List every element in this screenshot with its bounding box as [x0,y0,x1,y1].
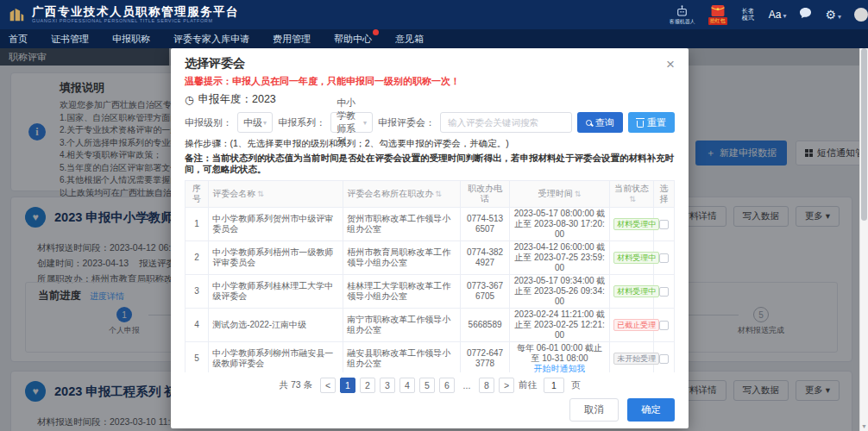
cell-phone: 5668589 [461,308,510,341]
nav-item[interactable]: 首页 [9,33,28,46]
navbar: 首页证书管理申报职称评委专家入库申请费用管理帮助中心意见箱 [0,29,868,48]
level-value: 中级 [243,116,262,129]
cell-no: 1 [186,207,209,240]
col-header: 选择 [654,180,675,207]
confirm-button[interactable]: 确定 [627,398,675,422]
committee-search-input[interactable] [440,112,572,133]
row-checkbox[interactable] [659,321,669,330]
table-row: 3中小学教师系列桂林理工大学中级评委会桂林理工大学职称改革工作领导小组办公室07… [186,274,675,308]
gear-icon: ⚙ [825,8,836,22]
sort-icon[interactable]: ⇅ [435,190,442,198]
col-header-label: 职改办电话 [468,184,502,203]
status-badge: 未开始受理 [613,353,659,365]
notify-link[interactable]: 开始时通知我 [534,364,586,372]
platform-logo [7,5,26,24]
page-button[interactable]: 6 [439,378,455,393]
query-button[interactable]: 查询 [577,112,623,133]
cell-office: 桂林理工大学职称改革工作领导小组办公室 [343,274,461,308]
cell-phone: 0774-5136507 [461,207,510,240]
chat-button[interactable] [799,7,812,22]
cell-status: 材料受理中 [610,207,654,240]
cell-no: 2 [186,240,209,274]
col-header[interactable]: 受理时间⇅ [509,180,609,207]
elder-mode-button[interactable]: 长者模式 [740,8,756,22]
status-badge: 材料受理中 [613,252,659,265]
page-button[interactable]: 1 [340,378,355,393]
goto-page-input[interactable] [544,378,564,393]
level-select[interactable]: 中级 ▾ [237,112,273,133]
avatar[interactable] [854,8,868,22]
header-tools: 客服机器人 抢红包 长者模式 Aa▾ ⚙▾ [670,4,858,26]
declare-year: ◷ 申报年度：2023 [185,92,675,107]
table-row: 2中小学教师系列梧州市一级教师评审委员会梧州市教育局职称改革工作领导小组办公室0… [186,240,675,274]
table-header-row: 序号评委会名称⇅评委会名称所在职改办⇅职改办电话受理时间⇅当前状态⇅选择 [186,180,675,207]
reset-icon [637,121,644,128]
nav-item[interactable]: 证书管理 [51,33,89,46]
row-checkbox[interactable] [659,287,669,297]
prev-page-button[interactable]: < [320,378,336,393]
chevron-down-icon: ▾ [263,119,267,127]
modal-header: 选择评委会 × [185,56,675,72]
next-page-button[interactable]: > [499,378,514,393]
page-button[interactable]: 4 [399,378,415,393]
col-header[interactable]: 当前状态⇅ [610,180,654,207]
cell-committee-name: 测试勿选-2022-江南中级 [209,308,343,341]
cell-phone: 0772-6473778 [461,341,510,372]
goto-label: 前往 [519,379,537,391]
platform-subtitle: GUANGXI PROFESSIONAL PERSONNEL TITLE SER… [32,18,239,23]
col-header: 序号 [186,180,209,207]
service-robot-button[interactable]: 客服机器人 [670,4,695,26]
close-icon[interactable]: × [666,57,675,72]
sort-icon[interactable]: ⇅ [257,190,264,198]
chevron-down-icon: ▾ [783,12,786,20]
settings-button[interactable]: ⚙▾ [825,7,841,22]
cell-committee-name: 中小学教师系列梧州市一级教师评审委员会 [209,240,343,274]
page-button[interactable]: 5 [419,378,435,393]
platform-titles: 广西专业技术人员职称管理服务平台 GUANGXI PROFESSIONAL PE… [32,6,239,24]
page-button[interactable]: 3 [380,378,395,393]
platform-title: 广西专业技术人员职称管理服务平台 [32,6,239,19]
cell-status: 材料受理中 [610,274,654,308]
query-label: 查询 [595,116,614,129]
nav-item[interactable]: 意见箱 [395,33,424,46]
row-checkbox[interactable] [659,220,669,229]
status-badge: 已截止受理 [613,319,659,332]
remark-note: 备注：当前状态列的状态值为当前时间是否处在评委会设置的受理时间判断得出，若申报材… [185,153,675,176]
page-button[interactable]: 2 [360,378,375,393]
scroll-down-arrow[interactable]: ▼ [860,423,868,429]
font-size-button[interactable]: Aa▾ [769,9,787,21]
table-body: 1中小学教师系列贺州市中级评审委员会贺州市职称改革工作领导小组办公室0774-5… [186,207,675,372]
nav-item[interactable]: 评委专家入库申请 [173,33,249,46]
scrollbar-thumb[interactable] [861,48,867,221]
reset-label: 重置 [647,116,666,129]
series-select[interactable]: 中小学教师系列 ▾ [330,112,373,133]
service-robot-label: 客服机器人 [670,18,695,26]
nav-item[interactable]: 帮助中心 [334,33,372,46]
sort-icon[interactable]: ⇅ [629,195,636,203]
chevron-down-icon: ▾ [838,13,841,21]
notification-badge [373,29,379,35]
cell-office: 南宁市职称改革工作领导小组办公室 [343,308,461,341]
cell-committee-name: 中小学教师系列桂林理工大学中级评委会 [209,274,343,308]
row-checkbox[interactable] [659,354,669,364]
cell-no: 3 [186,274,209,308]
operation-steps-note: 操作步骤：(1、先选择要申报的级别和系列；2、勾选要申报的评委会，并确定。) [185,138,675,150]
red-packet-button[interactable]: 抢红包 [708,5,727,25]
reset-button[interactable]: 重置 [628,112,675,133]
total-count: 共 73 条 [279,379,312,391]
cell-status: 未开始受理 [610,341,654,372]
page-button[interactable]: 8 [479,378,494,393]
col-header-label: 选择 [660,184,669,203]
col-header[interactable]: 评委会名称所在职改办⇅ [343,180,461,207]
row-checkbox[interactable] [659,253,669,263]
sort-icon[interactable]: ⇅ [575,190,582,198]
cancel-button[interactable]: 取消 [569,398,619,422]
page-scrollbar[interactable]: ▼ [859,24,868,431]
filter-bar: 申报级别： 中级 ▾ 申报系列： 中小学教师系列 ▾ 申报评委会： 查询 重置 [185,112,675,133]
col-header[interactable]: 评委会名称⇅ [209,180,343,207]
nav-item[interactable]: 申报职称 [112,33,150,46]
status-badge: 材料受理中 [613,285,659,298]
cell-committee-name: 中小学教师系列柳州市融安县一级教师评委会 [209,341,343,372]
nav-item[interactable]: 费用管理 [273,33,311,46]
cell-phone: 0773-3676705 [461,274,510,308]
